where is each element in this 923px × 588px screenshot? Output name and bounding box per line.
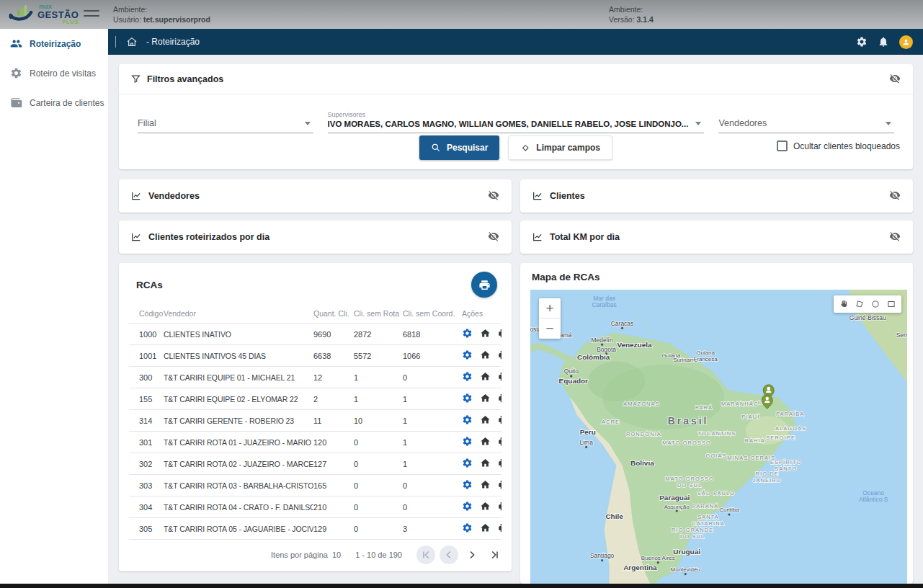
row-settings-button[interactable] [462, 393, 473, 406]
map-label: RONDÔNIA [626, 431, 661, 437]
first-page-button[interactable] [416, 545, 435, 564]
row-home-button[interactable] [480, 328, 491, 341]
map-title: Mapa de RCAs [532, 272, 901, 282]
row-settings-button[interactable] [462, 522, 473, 535]
row-home-button[interactable] [480, 479, 491, 492]
supervisores-select[interactable]: Supervisores IVO MORAES, CARLOS MAGNO, W… [328, 104, 705, 133]
pan-tool-icon[interactable] [836, 297, 852, 311]
menu-icon[interactable] [84, 10, 99, 20]
cell-sem-coord: 0 [403, 475, 462, 496]
breadcrumb: - Roteirização [146, 37, 200, 47]
cell-vendedor: T&T CARIRI ROTA 05 - JAGUARIBE - JOCIVAL [164, 518, 313, 540]
zoom-in-button[interactable]: + [539, 298, 561, 318]
map-label: Serra [896, 331, 907, 339]
col-codigo: Código [129, 303, 164, 324]
row-settings-button[interactable] [462, 328, 473, 341]
map-label: Argentina [623, 564, 657, 571]
map-label: ACRE [602, 419, 620, 425]
hide-blocked-checkbox[interactable] [777, 141, 788, 151]
rca-map[interactable]: Mar dasCaraíbasCosta RicaPanamáCaracasMe… [530, 290, 907, 584]
last-page-button[interactable] [486, 545, 504, 564]
pagination: Itens por página10 1 - 10 de 190 [119, 540, 512, 569]
panel-toggle-button[interactable] [487, 231, 500, 244]
printer-icon [498, 393, 501, 404]
gear-icon [462, 328, 473, 339]
next-page-button[interactable] [463, 545, 481, 564]
previous-page-button[interactable] [440, 545, 458, 564]
row-home-button[interactable] [480, 349, 491, 362]
row-settings-button[interactable] [462, 371, 473, 384]
row-home-button[interactable] [480, 501, 491, 514]
map-label: Paraguai [659, 494, 690, 502]
row-print-button[interactable] [498, 393, 501, 406]
filters-hide-button[interactable] [888, 73, 901, 86]
map-label: RIO DEJANEIRO [753, 471, 782, 484]
clear-fields-button[interactable]: Limpar campos [508, 135, 612, 160]
cell-quant: 129 [313, 518, 354, 540]
row-settings-button[interactable] [462, 414, 473, 427]
row-print-button[interactable] [498, 436, 501, 449]
home-icon [480, 522, 491, 533]
printer-icon [498, 349, 501, 360]
breadcrumb-separator [115, 36, 116, 48]
row-home-button[interactable] [480, 371, 491, 384]
row-print-button[interactable] [498, 371, 501, 384]
cell-quant: 165 [313, 475, 354, 496]
cell-acoes [462, 388, 501, 410]
sidebar-item-carteira-de-clientes[interactable]: Carteira de clientes [0, 88, 108, 117]
cell-quant: 2 [313, 388, 354, 410]
cell-vendedor: T&T CARIRI ROTA 02 - JUAZEIRO - MARCELO [164, 453, 313, 475]
panel-toggle-button[interactable] [888, 231, 901, 244]
polygon-tool-icon[interactable] [852, 297, 868, 311]
row-print-button[interactable] [498, 414, 501, 427]
panel-toggle-button[interactable] [487, 190, 500, 202]
cell-quant: 12 [313, 367, 354, 388]
row-print-button[interactable] [498, 458, 501, 471]
row-settings-button[interactable] [462, 479, 473, 492]
map-canvas[interactable]: Mar dasCaraíbasCosta RicaPanamáCaracasMe… [530, 290, 907, 584]
settings-icon[interactable] [856, 36, 868, 48]
circle-tool-icon[interactable] [868, 297, 883, 311]
rectangle-tool-icon[interactable] [883, 297, 899, 311]
cell-sem-rota: 0 [354, 496, 403, 518]
filter-icon [130, 74, 141, 84]
sidebar-item-roteiro-de-visitas[interactable]: Roteiro de visitas [0, 58, 108, 88]
row-print-button[interactable] [498, 328, 501, 341]
cell-sem-coord: 1 [403, 410, 462, 432]
row-print-button[interactable] [498, 522, 501, 535]
notifications-icon[interactable] [878, 36, 889, 48]
row-print-button[interactable] [498, 479, 501, 492]
row-print-button[interactable] [498, 349, 501, 362]
row-home-button[interactable] [480, 393, 491, 406]
cell-vendedor: T&T CARIRI EQUIPE 01 - MICHAEL 21 [164, 367, 313, 388]
map-label: MINAS GERAIS [727, 455, 775, 461]
row-home-button[interactable] [480, 458, 491, 471]
map-label: Chile [605, 512, 623, 520]
row-print-button[interactable] [498, 501, 501, 514]
search-button[interactable]: Pesquisar [419, 135, 499, 160]
row-settings-button[interactable] [462, 458, 473, 471]
cell-codigo: 1001 [129, 345, 164, 367]
table-row: 302T&T CARIRI ROTA 02 - JUAZEIRO - MARCE… [129, 453, 501, 475]
cell-acoes [462, 496, 501, 518]
filial-select[interactable]: Filial [138, 104, 313, 133]
row-settings-button[interactable] [462, 501, 473, 514]
row-settings-button[interactable] [462, 349, 473, 362]
clean-icon [520, 143, 530, 153]
print-table-button[interactable] [471, 272, 497, 298]
sidebar-item-roteirizacao[interactable]: Roteirização [0, 29, 108, 58]
row-home-button[interactable] [480, 414, 491, 427]
panel-toggle-button[interactable] [888, 190, 901, 202]
filters-card: Filtros avançados Filial Supervisores IV… [119, 64, 913, 169]
zoom-out-button[interactable]: − [539, 318, 561, 339]
home-icon[interactable] [126, 36, 138, 48]
map-label: Peru [580, 428, 596, 436]
row-settings-button[interactable] [462, 436, 473, 449]
map-label: PARÁ [695, 404, 713, 411]
row-home-button[interactable] [480, 436, 491, 449]
row-home-button[interactable] [480, 522, 491, 535]
map-label: Bolívia [630, 459, 654, 467]
vendedores-select[interactable]: Vendedores [718, 104, 894, 133]
chevron-down-icon [695, 122, 701, 125]
avatar[interactable] [899, 35, 913, 49]
